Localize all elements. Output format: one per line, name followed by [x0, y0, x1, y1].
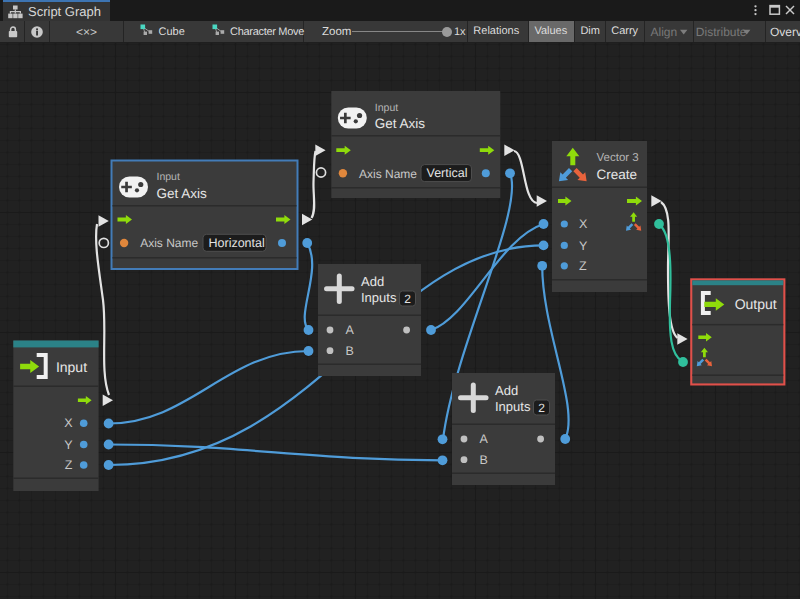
svg-text:Input: Input	[56, 359, 87, 375]
svg-text:Vertical: Vertical	[427, 166, 468, 180]
svg-text:Vector 3: Vector 3	[597, 152, 639, 164]
svg-text:Z: Z	[579, 259, 587, 273]
svg-text:X: X	[64, 416, 73, 430]
svg-text:Get Axis: Get Axis	[375, 116, 426, 131]
svg-text:Horizontal: Horizontal	[209, 236, 265, 250]
svg-text:Get Axis: Get Axis	[157, 186, 208, 201]
svg-text:Create: Create	[597, 167, 638, 182]
svg-text:Output: Output	[735, 296, 777, 312]
svg-text:Z: Z	[65, 458, 73, 472]
svg-text:Axis Name: Axis Name	[359, 167, 417, 181]
svg-text:Add: Add	[495, 383, 518, 398]
svg-text:X: X	[579, 217, 588, 231]
svg-text:2: 2	[538, 401, 545, 415]
svg-text:2: 2	[404, 292, 411, 306]
svg-text:Inputs: Inputs	[361, 290, 397, 305]
svg-text:B: B	[345, 344, 353, 358]
svg-text:Input: Input	[157, 171, 180, 183]
svg-text:Add: Add	[361, 274, 384, 289]
svg-text:Y: Y	[579, 239, 588, 253]
svg-text:B: B	[479, 453, 487, 467]
svg-text:Axis Name: Axis Name	[140, 236, 198, 250]
svg-text:A: A	[345, 323, 354, 337]
svg-text:Inputs: Inputs	[495, 399, 531, 414]
svg-text:Input: Input	[375, 102, 398, 114]
svg-text:Y: Y	[64, 438, 73, 452]
svg-text:A: A	[479, 432, 488, 446]
